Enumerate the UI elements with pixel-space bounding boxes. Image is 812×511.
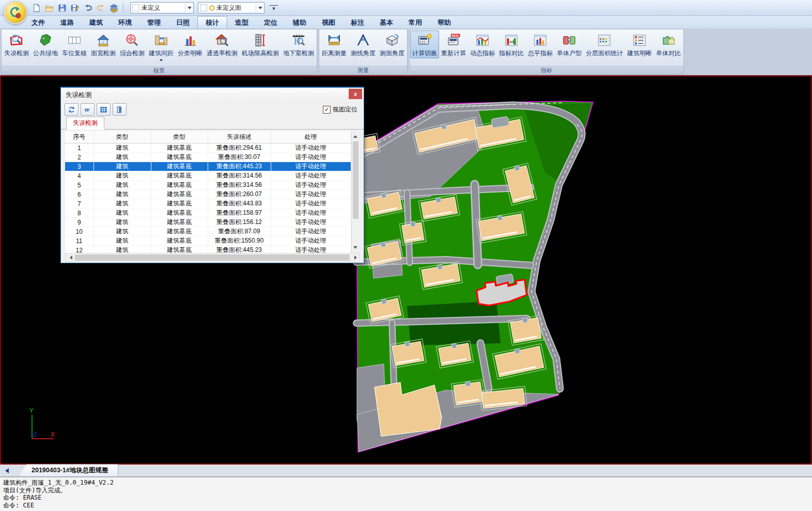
ribbon-button-分层面积统计[interactable]: 分层面积统计 <box>584 30 625 58</box>
save-as-icon[interactable] <box>69 2 82 14</box>
vertical-scroll-thumb[interactable] <box>353 141 359 219</box>
app-logo[interactable] <box>4 1 27 24</box>
face-combo[interactable]: 未定义面 <box>198 2 264 13</box>
table-view-icon[interactable] <box>97 103 111 116</box>
table-row-5[interactable]: 5建筑建筑基底重叠面积:314.56请手动处理 <box>65 181 351 190</box>
ribbon-button-指标对比[interactable]: VS指标对比 <box>497 30 526 58</box>
vertical-scrollbar[interactable] <box>351 131 360 253</box>
table-cell: 请手动处理 <box>271 143 351 153</box>
table-row-9[interactable]: 9建筑建筑基底重叠面积:156.12请手动处理 <box>65 218 351 227</box>
menu-tab-管理[interactable]: 管理 <box>139 17 168 28</box>
scroll-up-icon[interactable] <box>352 131 360 140</box>
table-row-1[interactable]: 1建筑建筑基底重叠面积:294.61请手动处理 <box>65 143 351 153</box>
open-folder-icon[interactable] <box>43 2 56 14</box>
word-export-icon[interactable]: W <box>81 103 95 116</box>
menu-tab-道路[interactable]: 道路 <box>53 17 82 28</box>
ribbon-button-建筑间距[interactable]: 建筑间距 <box>147 30 176 63</box>
table-row-2[interactable]: 2建筑建筑基底重叠面积:30.07请手动处理 <box>65 153 351 162</box>
table-row-6[interactable]: 6建筑建筑基底重叠面积:260.07请手动处理 <box>65 190 351 199</box>
ribbon-button-距离测量[interactable]: 距离测量 <box>320 30 349 58</box>
horizontal-scrollbar[interactable] <box>65 253 360 262</box>
tab-nav-left-icon[interactable] <box>0 465 11 476</box>
ribbon-button-计算切换[interactable]: 计算切换 <box>410 30 439 58</box>
table-row-8[interactable]: 8建筑建筑基底重叠面积:158.97请手动处理 <box>65 209 351 218</box>
menu-tab-标注[interactable]: 标注 <box>343 17 372 28</box>
document-tab[interactable]: 20190403-1#地块总图规整 <box>19 464 118 476</box>
exit-panel-icon[interactable] <box>113 103 127 116</box>
ribbon-button-测线角度[interactable]: A测线角度 <box>349 30 378 58</box>
chevron-down-icon[interactable] <box>160 59 163 63</box>
dialog-titlebar[interactable]: 失误检测 x <box>61 88 364 102</box>
ribbon-button-通透率检测[interactable]: 通透率检测 <box>205 30 240 58</box>
ribbon-button-总平指标[interactable]: 总平指标 <box>526 30 555 58</box>
ribbon-button-重新计算[interactable]: NEW重新计算 <box>439 30 468 58</box>
ribbon-button-地下室检测[interactable]: 地下室检测 <box>281 30 316 58</box>
column-header[interactable]: 类型 <box>93 131 151 143</box>
menu-tab-帮助[interactable]: 帮助 <box>430 17 459 28</box>
menu-tab-视图[interactable]: 视图 <box>314 17 343 28</box>
distance-measure-icon <box>326 32 342 49</box>
tab-error-check[interactable]: 失误检测 <box>66 117 104 130</box>
ribbon-button-分类明晰[interactable]: 分类明晰 <box>176 30 205 58</box>
menu-tab-辅助[interactable]: 辅助 <box>285 17 314 28</box>
column-header[interactable]: 失误描述 <box>208 131 271 143</box>
layers-icon[interactable] <box>107 2 120 14</box>
ribbon-button-建筑明晰[interactable]: 建筑明晰 <box>625 30 654 58</box>
menu-tab-定位[interactable]: 定位 <box>256 17 285 28</box>
ribbon-button-测面角度[interactable]: 测面角度 <box>378 30 407 58</box>
table-cell: 重叠面积:314.56 <box>208 171 271 181</box>
style-combo[interactable]: 未定义 <box>130 2 194 13</box>
ribbon-button-单体对比[interactable]: 单体对比 <box>654 30 683 58</box>
table-row-7[interactable]: 7建筑建筑基底重叠面积:443.83请手动处理 <box>65 199 351 209</box>
table-row-3[interactable]: 3建筑建筑基底重叠面积:445.23请手动处理 <box>65 162 351 171</box>
scroll-left-icon[interactable] <box>66 253 74 262</box>
ribbon-button-label: 车位复核 <box>62 49 87 58</box>
menu-tab-核计[interactable]: 核计 <box>197 16 227 28</box>
column-header[interactable]: 序号 <box>65 131 93 143</box>
refresh-icon[interactable] <box>65 103 79 116</box>
ribbon-button-面宽检测[interactable]: 面宽检测 <box>89 30 118 58</box>
close-icon[interactable]: x <box>349 89 362 99</box>
ribbon-button-公共绿地[interactable]: 公共绿地 <box>31 30 60 58</box>
table-row-4[interactable]: 4建筑建筑基底重叠面积:314.56请手动处理 <box>65 171 351 181</box>
table-cell: 请手动处理 <box>271 190 351 199</box>
menu-tab-建筑[interactable]: 建筑 <box>82 17 111 28</box>
ribbon-button-机场限高检测[interactable]: 机场限高检测 <box>240 30 281 58</box>
table-row-11[interactable]: 11建筑建筑基底重叠面积:1550.90请手动处理 <box>65 236 351 246</box>
ribbon-button-label: 地下室检测 <box>283 49 314 58</box>
menu-tab-日照[interactable]: 日照 <box>168 17 197 28</box>
redo-icon[interactable] <box>95 2 107 14</box>
ribbon-button-label: 面宽检测 <box>91 49 116 58</box>
ribbon-button-综合检测[interactable]: 综合检测 <box>118 30 147 58</box>
ribbon-button-失误检测[interactable]: 失误检测 <box>2 30 31 58</box>
chevron-down-icon[interactable] <box>185 3 193 12</box>
ribbon-button-动态指标[interactable]: 动态指标 <box>468 30 497 58</box>
table-row-10[interactable]: 10建筑建筑基底重叠面积:87.09请手动处理 <box>65 227 351 236</box>
ribbon-button-label: 计算切换 <box>412 49 437 58</box>
column-header[interactable]: 类型 <box>151 131 208 143</box>
menu-tab-环境[interactable]: 环境 <box>111 17 139 28</box>
menu-tab-造型[interactable]: 造型 <box>227 17 256 28</box>
ribbon-button-label: 指标对比 <box>499 49 524 58</box>
site-plan-map[interactable] <box>353 79 614 456</box>
toolbar-overflow-button[interactable]: ▾ <box>270 5 278 11</box>
view-locate-checkbox[interactable]: ✓ 视图定位 <box>323 105 357 114</box>
chevron-down-icon[interactable] <box>256 3 264 12</box>
table-cell: 建筑基底 <box>151 153 208 162</box>
save-icon[interactable] <box>56 2 69 14</box>
menu-tab-基本[interactable]: 基本 <box>372 17 401 28</box>
building-footprint[interactable] <box>508 315 543 345</box>
command-line-area[interactable]: 建筑构件_雨篷_1_无_0.0_19#4_V2.2项目(文件)导入完成。命令: … <box>0 477 812 511</box>
new-file-icon[interactable] <box>30 2 43 14</box>
ribbon-button-车位复核[interactable]: 车位复核 <box>60 30 89 58</box>
drawing-canvas[interactable]: Y X Z 失误检测 x W ✓ 视图定位 失误检测 序号类型类型失误描述处理 <box>0 75 812 465</box>
column-header[interactable]: 处理 <box>271 131 351 143</box>
menu-tab-文件[interactable]: 文件 <box>24 17 53 28</box>
undo-icon[interactable] <box>82 2 95 14</box>
table-row-12[interactable]: 12建筑建筑基底重叠面积:445.23请手动处理 <box>65 246 351 253</box>
ribbon-button-单体户型[interactable]: 单体户型 <box>555 30 584 58</box>
scroll-right-icon[interactable] <box>350 253 359 262</box>
menu-tab-常用[interactable]: 常用 <box>401 17 430 28</box>
scroll-down-icon[interactable] <box>352 244 360 253</box>
horizontal-scroll-thumb[interactable] <box>75 254 350 261</box>
